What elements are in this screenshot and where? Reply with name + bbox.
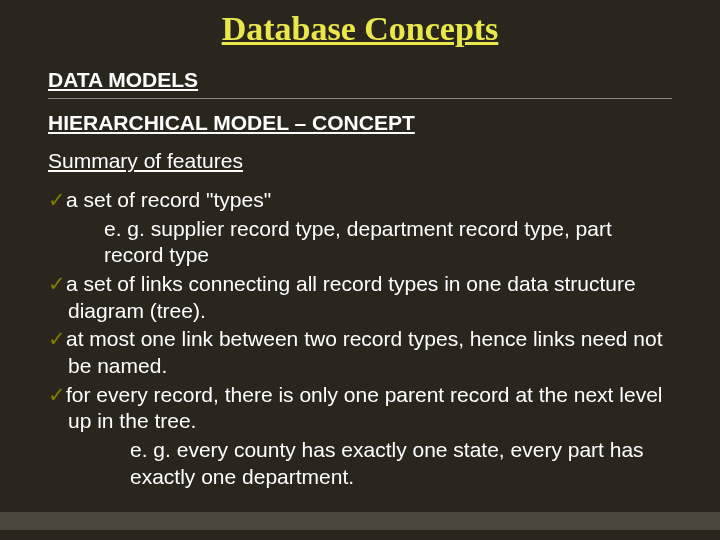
body-text: ✓a set of record "types" e. g. supplier …: [48, 187, 672, 490]
slide-title: Database Concepts: [48, 10, 672, 48]
summary-heading: Summary of features: [48, 149, 672, 173]
bullet-1-text: a set of record "types": [66, 188, 271, 211]
check-icon: ✓: [48, 327, 66, 350]
footer-bar: [0, 512, 720, 530]
divider-line: [48, 98, 672, 99]
bullet-4-example: e. g. every county has exactly one state…: [48, 437, 672, 490]
bullet-4: ✓for every record, there is only one par…: [48, 382, 672, 435]
bullet-2-text: a set of links connecting all record typ…: [66, 272, 636, 322]
slide: Database Concepts DATA MODELS HIERARCHIC…: [0, 0, 720, 540]
bullet-1: ✓a set of record "types": [48, 187, 672, 214]
bullet-4-text: for every record, there is only one pare…: [66, 383, 662, 433]
bullet-2: ✓a set of links connecting all record ty…: [48, 271, 672, 324]
check-icon: ✓: [48, 272, 66, 295]
bullet-3: ✓at most one link between two record typ…: [48, 326, 672, 379]
bullet-1-example: e. g. supplier record type, department r…: [48, 216, 672, 269]
check-icon: ✓: [48, 188, 66, 211]
section-heading: DATA MODELS: [48, 68, 672, 92]
bullet-3-text: at most one link between two record type…: [66, 327, 663, 377]
subsection-heading: HIERARCHICAL MODEL – CONCEPT: [48, 111, 672, 135]
check-icon: ✓: [48, 383, 66, 406]
